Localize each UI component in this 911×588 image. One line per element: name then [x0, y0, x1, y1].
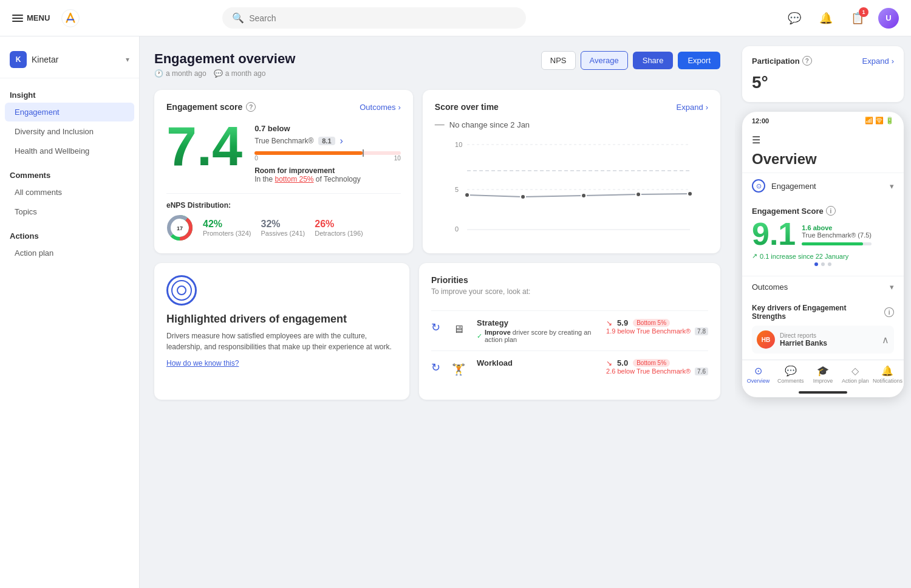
- phone-home-bar: [799, 391, 847, 394]
- drivers-card: Highlighted drivers of engagement Driver…: [154, 263, 409, 400]
- priority-workload-info: Workload: [477, 358, 599, 368]
- svg-point-13: [465, 193, 469, 197]
- participation-info-icon[interactable]: ?: [802, 56, 812, 66]
- phone-engagement-row: ⊙ Engagement ▾: [752, 179, 894, 193]
- sidebar-item-label: All comments: [15, 188, 62, 197]
- sidebar-item-diversity[interactable]: Diversity and Inclusion: [5, 122, 134, 141]
- participation-expand-link[interactable]: Expand ›: [862, 56, 894, 66]
- phone-bench-label: True Benchmark® (7.5): [802, 231, 872, 239]
- header-actions: NPS Average Share Export: [541, 51, 720, 70]
- enps-section: eNPS Distribution: 17: [166, 193, 401, 241]
- svg-point-14: [520, 194, 525, 199]
- bell-icon: 🔔: [819, 12, 833, 25]
- drivers-description: Drivers measure how satisfied employees …: [166, 330, 397, 352]
- below-benchmark-text: 0.7 below: [254, 124, 401, 133]
- share-button[interactable]: Share: [633, 52, 674, 69]
- phone-big-score: 9.1: [752, 218, 796, 250]
- notifications-button[interactable]: 🔔: [815, 7, 837, 29]
- phone-progress-bar: [802, 242, 872, 245]
- priority-strategy-name: Strategy: [477, 318, 599, 327]
- priority-workload-item: ↻ 🏋 Workload ↘ 5.0 Bottom 5% 2.6 below T…: [431, 350, 708, 388]
- score-card-header: Engagement score ? Outcomes ›: [166, 102, 401, 112]
- score-info-icon[interactable]: ?: [246, 102, 256, 112]
- phone-nav-comments[interactable]: 💬 Comments: [774, 365, 807, 384]
- phone-dot-2: [821, 262, 825, 266]
- phone-engagement-chevron[interactable]: ▾: [890, 182, 894, 191]
- priority-workload-name: Workload: [477, 358, 599, 368]
- no-change-text: No change since 2 Jan: [449, 120, 530, 129]
- sidebar-item-label: Topics: [15, 207, 37, 216]
- page-title-area: Engagement overview 🕐 a month ago 💬 a mo…: [154, 51, 295, 78]
- nps-button[interactable]: NPS: [541, 51, 576, 70]
- phone-score-info-icon[interactable]: i: [826, 206, 836, 216]
- score-card-title: Engagement score ?: [166, 102, 256, 112]
- export-button[interactable]: Export: [678, 52, 720, 69]
- phone-outcomes-chevron[interactable]: ▾: [890, 282, 894, 292]
- user-avatar[interactable]: U: [878, 8, 899, 29]
- strategy-icon: 🖥: [448, 318, 469, 340]
- search-bar[interactable]: 🔍: [222, 7, 526, 29]
- chat-button[interactable]: 💬: [783, 7, 805, 29]
- search-input[interactable]: [249, 13, 516, 23]
- phone-menu-icon[interactable]: ☰: [742, 129, 904, 151]
- sidebar-item-topics[interactable]: Topics: [5, 202, 134, 221]
- inbox-button[interactable]: 📋 1: [847, 7, 868, 29]
- phone-nav-overview[interactable]: ⊙ Overview: [742, 365, 774, 384]
- sidebar-section-comments: Comments: [0, 166, 139, 182]
- phone-key-drivers-info-icon[interactable]: i: [884, 307, 894, 317]
- phone-nav-action-plan[interactable]: ◇ Action plan: [839, 365, 872, 384]
- svg-text:10: 10: [455, 141, 462, 148]
- priority-refresh-icon[interactable]: ↻: [431, 318, 440, 334]
- phone-overview-heading: Overview: [742, 151, 904, 173]
- phone-outcomes-row: Outcomes ▾: [752, 282, 894, 292]
- svg-point-0: [62, 9, 80, 27]
- phone-nav-notifications-icon: 🔔: [881, 365, 893, 377]
- phone-nav-improve[interactable]: 🎓 Improve: [807, 365, 839, 384]
- phone-nav-notifications[interactable]: 🔔 Notifications: [872, 365, 904, 384]
- phone-nav-comments-icon: 💬: [785, 365, 797, 377]
- phone-dots: [752, 260, 894, 268]
- page-title: Engagement overview: [154, 51, 295, 67]
- enps-promoters: 42% Promoters (324): [203, 219, 251, 237]
- phone-benchmark-text: 1.6 above: [802, 224, 872, 231]
- phone-nav-action-plan-icon: ◇: [851, 365, 859, 377]
- participation-score: 5°: [752, 73, 894, 92]
- sidebar-item-label: Engagement: [15, 108, 60, 117]
- right-panel: Participation ? Expand › 5° 12:00 📶 🛜 🔋 …: [735, 36, 911, 588]
- phone-engagement-icon: ⊙: [752, 179, 765, 193]
- benchmark-arrow[interactable]: ›: [340, 135, 343, 146]
- benchmark-label: True Benchmark®: [254, 137, 313, 145]
- page-header: Engagement overview 🕐 a month ago 💬 a mo…: [154, 51, 720, 78]
- sidebar-item-label: Health and Wellbeing: [15, 146, 89, 156]
- priorities-title: Priorities: [431, 275, 530, 285]
- drivers-link[interactable]: How do we know this?: [166, 359, 239, 368]
- meta-comment-icon: 💬 a month ago: [214, 69, 266, 78]
- outcomes-link[interactable]: Outcomes ›: [360, 103, 401, 112]
- phone-status-bar: 12:00 📶 🛜 🔋: [742, 112, 904, 129]
- sidebar-item-all-comments[interactable]: All comments: [5, 183, 134, 202]
- score-over-time-card: Score over time Expand › — No change sin…: [423, 90, 720, 253]
- time-expand-link[interactable]: Expand ›: [677, 103, 708, 112]
- svg-text:0: 0: [455, 225, 459, 233]
- score-chart: 10 5 0: [435, 137, 708, 237]
- person-expand-icon[interactable]: ∧: [882, 334, 889, 346]
- priorities-subtitle: To improve your score, look at:: [431, 287, 530, 296]
- sidebar-item-engagement[interactable]: Engagement: [5, 103, 134, 121]
- improvement-title: Room for improvement: [254, 166, 401, 175]
- menu-label: MENU: [27, 13, 50, 22]
- priority-workload-refresh-icon[interactable]: ↻: [431, 358, 440, 374]
- phone-bottom-navigation: ⊙ Overview 💬 Comments 🎓 Improve ◇ Action…: [742, 360, 904, 389]
- priority-strategy-info: Strategy ✓ Improve driver score by creat…: [477, 318, 599, 343]
- enps-row: 17 42% Promoters (324) 32% Passives (241…: [166, 214, 401, 241]
- phone-engagement-label: Engagement: [771, 182, 816, 191]
- phone-engagement-dropdown[interactable]: ⊙ Engagement: [752, 179, 816, 193]
- person-name: Harriet Banks: [780, 339, 877, 347]
- menu-button[interactable]: MENU: [12, 13, 50, 22]
- sidebar-item-health[interactable]: Health and Wellbeing: [5, 142, 134, 160]
- average-button[interactable]: Average: [581, 51, 628, 70]
- app-logo: [60, 7, 81, 29]
- workload-icon: 🏋: [448, 358, 469, 380]
- sidebar-item-action-plan[interactable]: Action plan: [5, 244, 134, 262]
- phone-dot-3: [828, 262, 831, 266]
- org-selector[interactable]: K Kinetar ▾: [0, 46, 139, 78]
